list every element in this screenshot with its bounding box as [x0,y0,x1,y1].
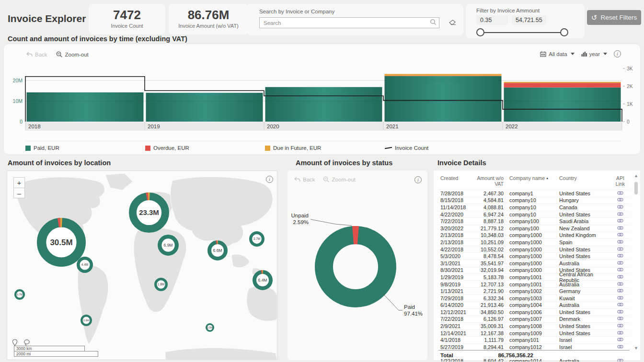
table-row[interactable]: 8/15/20184,584.81company10Hungary [438,197,630,204]
api-link-icon[interactable] [611,316,630,322]
map-bubble[interactable]: 3.7M [249,231,264,247]
map-bubble[interactable]: 0.5M [206,323,214,332]
table-row[interactable]: 7/28/20182,467.30company1United States [438,190,630,197]
back-button[interactable]: Back [294,176,315,182]
api-link-icon[interactable] [611,204,630,210]
scroll-down-icon[interactable]: ▼ [634,346,638,351]
api-link-icon[interactable] [611,337,630,343]
table-row[interactable]: 4/22/201810,552.02company1000United Stat… [438,246,630,253]
info-icon[interactable]: i [414,176,422,183]
api-link-icon[interactable] [611,295,630,301]
table-row[interactable]: 3/20/202221,779.12company100New Zealand [438,225,630,232]
zoom-out-icon [323,176,330,182]
reset-filters-button[interactable]: ↺ Reset Filters [587,10,641,25]
eraser-icon[interactable] [449,19,457,27]
table-row[interactable]: 7/29/20186,332.34company1003Kuwait [438,295,630,302]
table-row[interactable]: 2/13/201810,348.03company1000United King… [438,232,630,239]
api-link-icon[interactable] [611,218,630,224]
slider-handle-max[interactable] [560,28,568,36]
scale-km: 3000 km [14,346,85,351]
info-icon[interactable]: i [266,176,273,183]
svg-text:2.59%: 2.59% [293,219,309,225]
amount-min-field[interactable]: 0.35 [476,15,508,25]
map-bubble[interactable]: 1.8M [154,278,168,291]
slider-handle-min[interactable] [476,28,484,36]
svg-text:2022: 2022 [506,124,518,129]
table-row[interactable]: 6/14/202021,913.46company1004Australia [438,302,630,309]
svg-text:2019: 2019 [148,124,160,129]
map-pin-icon[interactable] [12,339,18,346]
svg-text:0.5M: 0.5M [207,326,213,329]
lasso-select-icon[interactable] [23,339,30,346]
table-row[interactable]: 12/12/202134,850.50company1006United Sta… [438,309,630,316]
api-link-icon[interactable] [611,212,630,217]
api-link-icon[interactable] [611,253,630,259]
time-chart-plot[interactable]: 20182019202020212022010M20M01K2K3K [4,44,640,140]
table-row[interactable]: 12/14/202112,167.38company1009United Sta… [438,330,630,337]
api-link-icon[interactable] [611,302,630,308]
table-row[interactable]: 4/1/20181,111.79company101Israel [438,337,630,344]
map-bubble[interactable]: 6.6M [207,240,228,260]
map-bubble[interactable]: 4.4M [77,257,93,273]
overdue-swatch [145,146,150,151]
api-link-icon[interactable] [611,239,630,245]
api-link-icon[interactable] [611,282,630,287]
api-link-icon[interactable] [611,267,630,273]
table-row[interactable]: 2/13/201810,251.09company1000Spain [438,239,630,246]
col-company[interactable]: Company name▲ [504,175,557,187]
table-row[interactable]: 1/22/20188,604.42company1014Australia [438,358,630,362]
svg-text:0: 0 [20,119,23,124]
amount-range-slider[interactable] [476,28,568,37]
col-amount[interactable]: Amount w/o VAT [476,175,504,187]
search-input[interactable] [259,17,439,28]
map-bubble[interactable]: 6.4M [253,270,273,290]
table-row[interactable]: 11/14/20184,088.81company10Canada [438,204,630,211]
svg-text:Paid: Paid [404,304,415,310]
table-scrollbar[interactable]: ▲ ▼ [633,174,639,350]
table-body[interactable]: 7/28/20182,467.30company1United States8/… [438,190,630,362]
col-created[interactable]: Created [438,175,476,187]
api-link-icon[interactable] [611,191,630,196]
table-row[interactable]: 5/3/20208,478.54company1000United States [438,253,630,260]
svg-text:97.41%: 97.41% [404,311,423,317]
api-link-icon[interactable] [611,344,630,350]
table-row[interactable]: 1/29/20195,183.78company1001Central Afri… [438,274,630,281]
table-row[interactable]: 3/1/202135,541.97company1000Australia [438,260,630,267]
table-row[interactable]: 7/22/20188,887.18company100Saudi Arabia [438,218,630,225]
zoom-out-button[interactable]: Zoom-out [323,176,356,182]
legend-item-paid: Paid, EUR [25,145,145,151]
map-zoom-out-button[interactable]: – [14,188,24,198]
map-bubble[interactable]: 6.9M [158,235,179,256]
total-value: 86,756,356.22 [476,352,533,358]
api-link-icon[interactable] [611,323,630,329]
map-bubble[interactable]: 23.3M [129,192,169,233]
amount-max-field[interactable]: 54,721.55 [512,15,546,25]
table-total-row: Total 86,756,356.22 [438,350,630,358]
table-row[interactable]: 4/22/20206,947.24company10United States [438,211,630,218]
scroll-up-icon[interactable]: ▲ [634,173,638,178]
map-bubble[interactable]: 30.5M [37,218,86,267]
api-link-icon[interactable] [611,309,630,315]
api-link-icon[interactable] [611,232,630,238]
map-zoom-in-button[interactable]: + [14,178,24,188]
table-row[interactable]: 2/9/202135,009.31company1008United State… [438,323,630,330]
page-title: Invoice Explorer [8,13,86,24]
col-api-link[interactable]: API Link [611,175,630,187]
table-row[interactable]: 9/8/201912,707.13company1001Australia [438,281,630,288]
api-link-icon[interactable] [611,226,630,231]
api-link-icon[interactable] [611,330,630,336]
api-link-icon[interactable] [611,358,630,362]
api-link-icon[interactable] [611,247,630,252]
api-link-icon[interactable] [611,274,630,280]
api-link-icon[interactable] [611,288,630,294]
col-country[interactable]: Country [557,175,611,187]
table-row[interactable]: 7/22/20186,126.97company1007Denmark [438,316,630,323]
table-row[interactable]: 1/13/20212,721.90company1002Germany [438,288,630,295]
api-link-icon[interactable] [611,197,630,203]
map-bubble[interactable]: 0.9M [80,315,92,326]
invoice-map[interactable]: 30.5M23.3M6.9M4.4M1.8M6.6M3.7M6.4M0.7M0.… [7,170,277,360]
status-donut-chart[interactable]: Unpaid2.59%Paid97.41% [288,188,427,360]
scrollbar-thumb[interactable] [634,182,638,194]
map-bubble[interactable]: 0.7M [14,289,25,300]
api-link-icon[interactable] [611,260,630,266]
